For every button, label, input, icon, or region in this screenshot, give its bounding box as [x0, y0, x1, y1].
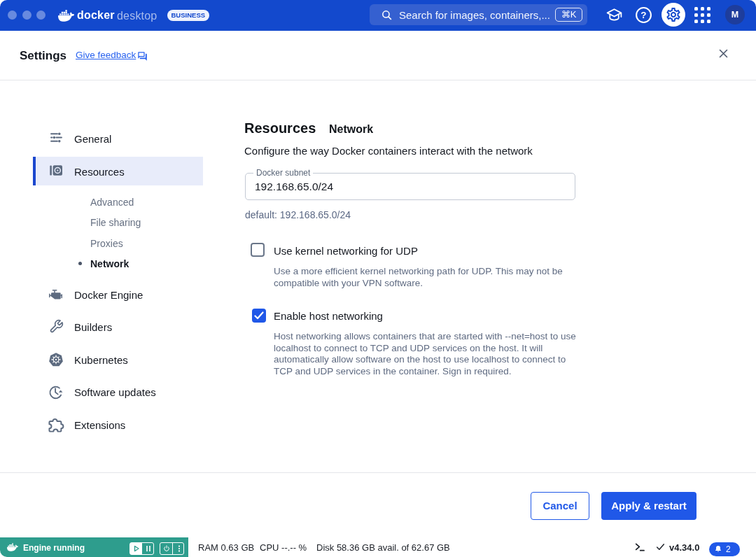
svg-text:?: ? — [640, 10, 646, 20]
